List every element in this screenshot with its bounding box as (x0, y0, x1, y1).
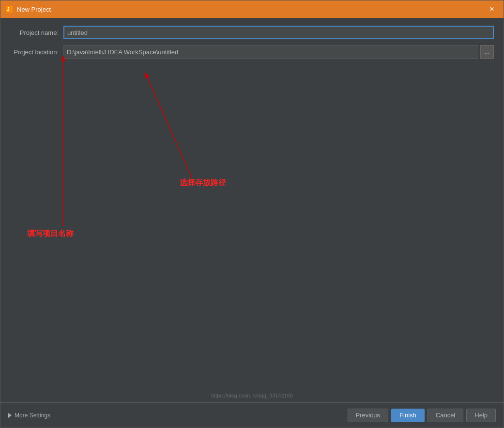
svg-text:J: J (7, 7, 10, 12)
dialog-body: Project name: Project location: ... (0, 18, 504, 402)
title-bar: J New Project × (0, 0, 504, 18)
more-settings-icon (8, 413, 12, 418)
footer-buttons: Previous Finish Cancel Help (348, 409, 496, 422)
project-location-input-row: ... (63, 45, 494, 59)
project-location-row: Project location: ... (10, 45, 494, 59)
more-settings-toggle[interactable]: More Settings (8, 412, 50, 419)
select-path-annotation: 选择存放路径 (180, 178, 226, 188)
project-location-input[interactable] (63, 45, 478, 59)
more-settings-label: More Settings (15, 412, 50, 419)
new-project-dialog: J New Project × Project name: Project lo… (0, 0, 504, 428)
previous-button[interactable]: Previous (348, 409, 389, 422)
url-watermark: https://blog.csdn.net/qq_33142160 (211, 393, 293, 398)
fill-name-annotation: 填写项目名称 (27, 229, 74, 239)
project-location-label: Project location: (10, 48, 63, 56)
close-button[interactable]: × (485, 2, 499, 16)
project-name-input[interactable] (63, 26, 494, 39)
cancel-button[interactable]: Cancel (428, 409, 463, 422)
arrows-overlay (0, 18, 504, 402)
finish-button[interactable]: Finish (391, 409, 425, 422)
title-bar-left: J New Project (5, 5, 51, 13)
project-name-row: Project name: (10, 26, 494, 39)
help-button[interactable]: Help (466, 409, 496, 422)
app-icon: J (5, 5, 13, 13)
dialog-footer: More Settings Previous Finish Cancel Hel… (0, 402, 504, 428)
svg-line-3 (146, 74, 192, 178)
project-name-label: Project name: (10, 29, 63, 36)
dialog-title: New Project (17, 6, 51, 13)
browse-button[interactable]: ... (480, 45, 494, 59)
